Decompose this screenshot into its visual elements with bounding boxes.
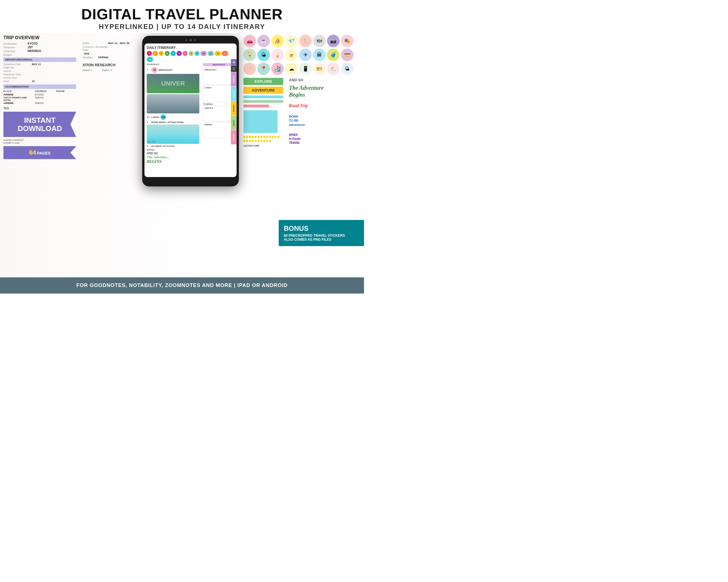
right-section: 🚗 ☕ ⛵ 💎 🍴 🍽 📷 🎭 🍹 🌤 🍦 🍺 ✈ 🏛 🧳 💳 🍸 📍 🏄 ☁ … xyxy=(242,33,364,277)
header: DIGITAL TRAVEL PLANNER HYPERLINKED | UP … xyxy=(0,0,364,33)
day-3[interactable]: 3 xyxy=(159,51,164,56)
day-14[interactable]: 14 xyxy=(147,57,153,62)
weather-value: SPRING xyxy=(98,56,108,59)
dep-date-row: Departure Date MAY 11 xyxy=(3,63,76,66)
sticker-cocktail: 🍹 xyxy=(243,49,256,61)
tab-budget[interactable]: BUDGET xyxy=(231,116,237,130)
tab-research-label: RESEARCH xyxy=(233,90,235,98)
tab-booking[interactable]: BOOKING xyxy=(231,101,237,115)
day-10[interactable]: 10 xyxy=(201,51,207,56)
option1: Option 1 xyxy=(82,69,92,72)
to-bring-label: TO BRING xyxy=(203,103,234,105)
tab-overview[interactable]: OVERVIEW xyxy=(231,72,237,86)
sticker-sun: ⛅ xyxy=(327,62,340,75)
tab-sidebar: 🏠 ☰ OVERVIEW RESEARCH BOOKING BUDGET xyxy=(231,59,237,144)
dates-row: Dates MAY 11 - MAY 20 xyxy=(82,41,136,45)
road-trip-label: Road Trip xyxy=(289,103,323,108)
language-row: Language NIHONGO xyxy=(3,50,76,53)
instant-download-banner[interactable]: INSTANTDOWNLOAD xyxy=(3,112,76,137)
sticker-plane: ✈ xyxy=(299,49,312,61)
sticker-beer: 🍺 xyxy=(285,49,298,61)
camera-dot-1 xyxy=(185,39,187,41)
dep-time-label: Departure Time xyxy=(3,73,32,76)
breakfast-box: BREAKFAST xyxy=(203,67,234,84)
tab-home[interactable]: 🏠 xyxy=(231,59,237,65)
pages-text: PAGES xyxy=(37,151,51,156)
day-8[interactable]: 8 xyxy=(188,51,194,56)
sticker-surf: 🏄 xyxy=(271,62,284,75)
adventure-pill: ADVENTURE xyxy=(243,87,283,94)
snacks-box: SNACKS xyxy=(203,106,234,121)
arr-time-label: Arrival Time xyxy=(3,77,32,79)
lunch-icon: 🍽 xyxy=(160,114,166,120)
bar-teal xyxy=(243,95,283,98)
destination-value: KYOTO xyxy=(28,42,37,45)
day-11[interactable]: 11 xyxy=(208,51,214,56)
tab-menu[interactable]: ☰ xyxy=(231,66,237,72)
flight-label: Flight No. xyxy=(3,66,32,69)
breakfast-item: 7 ✉ BREAKFAST xyxy=(147,67,202,73)
sticker-plate: 🍽 xyxy=(313,35,326,47)
day-9[interactable]: 9 xyxy=(194,51,200,56)
day-7[interactable]: 7 xyxy=(183,51,188,56)
photo-2: ⛩ xyxy=(147,94,199,113)
breakfast-icon: ✉ xyxy=(151,67,158,73)
sticker-gem: 💎 xyxy=(285,35,298,47)
footer-text: FOR GOODNOTES, NOTABILITY, ZOOMNOTES AND… xyxy=(76,282,287,288)
subtitle: HYPERLINKED | UP TO 14 DAILY ITINERARY xyxy=(6,23,358,31)
born-to-be: BORNTO BEadventurer xyxy=(289,114,323,127)
language-value: NIHONGO xyxy=(28,50,41,53)
days-row: Days 10 xyxy=(3,80,76,83)
tab-research[interactable]: RESEARCH xyxy=(231,87,237,101)
yellow-bar2 xyxy=(243,140,272,142)
explore-pill: EXPLORE xyxy=(243,78,283,85)
currency-value-row: YEN xyxy=(82,52,136,55)
schedule-col: SCHEDULE 7 ✉ BREAKFAST UNIVER xyxy=(147,63,202,164)
day-5[interactable]: 5 xyxy=(171,51,176,56)
lunch-box-label: LUNCH xyxy=(205,87,233,89)
snacks-box-label: SNACKS xyxy=(205,107,233,109)
tablet-area: DAILY ITINERARY 1 2 3 4 5 6 7 8 9 10 11 xyxy=(139,33,242,277)
day-1[interactable]: 1 xyxy=(147,51,152,56)
planner-left: TRIP OVERVIEW Destination KYOTO Timezone… xyxy=(0,33,80,277)
timezone-row: Timezone JST xyxy=(3,46,76,49)
bonus-title: BONUS xyxy=(284,224,359,232)
accom-row-2: TOKYO DISNEYLAND HOTEL TOKYO xyxy=(3,96,76,102)
lunch-item: 12 LUNCH 🍽 xyxy=(147,114,202,120)
sticker-cloud2: ☁ xyxy=(285,62,298,75)
tab-itinerary[interactable]: ITINERARY xyxy=(231,130,237,144)
bar-green xyxy=(243,100,283,103)
stickers-grid: 🚗 ☕ ⛵ 💎 🍴 🍽 📷 🎭 🍹 🌤 🍦 🍺 ✈ 🏛 🧳 💳 🍸 📍 🏄 ☁ … xyxy=(243,35,362,75)
pages-number: 64 xyxy=(29,149,36,156)
currency-row: Currency / Exchange Rate xyxy=(82,45,136,51)
dep-date-value: MAY 11 xyxy=(32,63,41,66)
destination-row: Destination KYOTO xyxy=(3,42,76,45)
airport-label: Airport xyxy=(3,70,32,73)
sticker-drink: 🍸 xyxy=(243,62,256,75)
timezone-value: JST xyxy=(28,46,33,49)
sticker-museum: 🏛 xyxy=(313,49,326,61)
dates-label: Dates xyxy=(82,41,108,45)
budget-label: Budget xyxy=(3,53,28,56)
meal-boxes: HIGHLIGHTS BREAKFAST LUNCH TO BRING SNAC… xyxy=(203,63,234,164)
dep-date-label: Departure Date xyxy=(3,63,32,66)
rides-time: 1 xyxy=(147,121,150,123)
day-2[interactable]: 2 xyxy=(153,51,158,56)
rides-item: 1 MORE RIDES / ATTRACTIONS xyxy=(147,121,202,123)
schedule-header: SCHEDULE xyxy=(147,63,202,66)
day-6[interactable]: 6 xyxy=(177,51,182,56)
adventure-begins-italic: The Adventu... xyxy=(147,155,202,160)
sticker-camera: 📷 xyxy=(327,35,340,47)
day-12[interactable]: 12 xyxy=(215,51,221,56)
rides-label: MORE RIDES / ATTRACTIONS xyxy=(151,121,184,123)
research-options: Option 1 Option 2 xyxy=(82,69,136,72)
sticker-icecream: 🍦 xyxy=(271,49,284,61)
bonus-line2: ALSO COMES AS PNG FILES xyxy=(284,238,359,242)
disneyland-label: DISNEYLAND xyxy=(3,141,76,144)
day-4[interactable]: 4 xyxy=(165,51,170,56)
dates-value: MAY 11 - MAY 20 xyxy=(108,41,129,45)
day-13[interactable]: 13 xyxy=(222,51,228,56)
bar-pink xyxy=(243,105,269,107)
sticker-boat: ⛵ xyxy=(271,35,284,47)
lunch-time: 12 xyxy=(147,116,150,118)
